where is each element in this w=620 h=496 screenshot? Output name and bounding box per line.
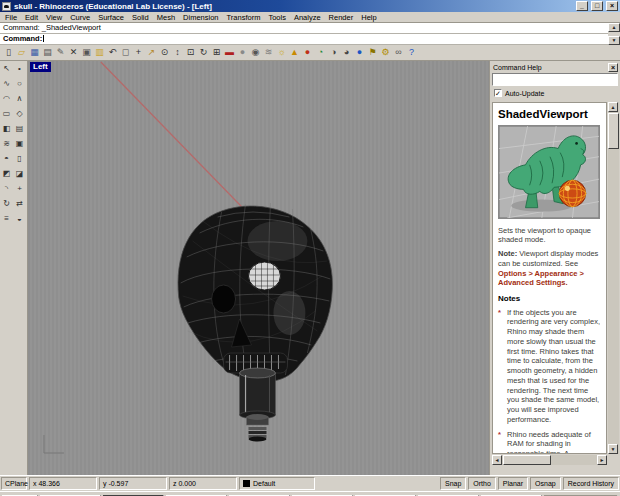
tool-shade-icon[interactable]: ◒ xyxy=(14,212,26,227)
toolbar-annotate-icon[interactable]: ✎ xyxy=(54,46,67,59)
menu-help[interactable]: Help xyxy=(357,13,380,22)
hscroll-thumb[interactable] xyxy=(503,455,551,465)
menu-mesh[interactable]: Mesh xyxy=(153,13,179,22)
help-scroll-up-icon[interactable]: ▲ xyxy=(608,102,618,112)
toolbar-flag-icon[interactable]: ⚑ xyxy=(366,46,379,59)
toolbar-erase-icon[interactable]: ◻ xyxy=(119,46,132,59)
tool-group-icon[interactable]: ≡ xyxy=(1,212,13,227)
toolbar-drag-icon[interactable]: ↗ xyxy=(145,46,158,59)
help-search-input[interactable] xyxy=(492,73,618,86)
toolbar-pan-view-icon[interactable]: ◉ xyxy=(249,46,262,59)
viewport-left[interactable]: Left xyxy=(28,61,489,475)
toolbar-globe-icon[interactable]: ● xyxy=(353,46,366,59)
tool-plane-icon[interactable]: ◧ xyxy=(1,122,13,137)
tool-move-icon[interactable]: + xyxy=(14,182,26,197)
toolbar-help-icon[interactable]: ? xyxy=(405,46,418,59)
toolbar-move-icon[interactable]: + xyxy=(132,46,145,59)
toolbar-render-icon[interactable]: ● xyxy=(301,46,314,59)
toolbar-ghosted-viewport-icon[interactable]: ◕ xyxy=(340,46,353,59)
tool-mirror-icon[interactable]: ⇄ xyxy=(14,197,26,212)
viewport-label[interactable]: Left xyxy=(30,62,51,72)
help-scroll-down-icon[interactable]: ▼ xyxy=(608,444,618,454)
toolbar-print-icon[interactable]: ▤ xyxy=(41,46,54,59)
help-vertical-scrollbar[interactable]: ▲ ▼ xyxy=(608,102,619,454)
toolbar-link-icon[interactable]: ∞ xyxy=(392,46,405,59)
menu-transform[interactable]: Transform xyxy=(223,13,265,22)
tool-cylinder-icon[interactable]: ▯ xyxy=(14,152,26,167)
tool-circle-icon[interactable]: ○ xyxy=(14,77,26,92)
tool-loft-icon[interactable]: ≋ xyxy=(1,137,13,152)
menu-edit[interactable]: Edit xyxy=(21,13,42,22)
toolbar-mesh-tools-icon[interactable]: ≋ xyxy=(262,46,275,59)
help-link-options-appearance[interactable]: Options > Appearance > Advanced Settings… xyxy=(498,269,584,288)
menu-dimension[interactable]: Dimension xyxy=(179,13,222,22)
tool-rotate-icon[interactable]: ↻ xyxy=(1,197,13,212)
toolbar-show-objects-icon[interactable]: ● xyxy=(236,46,249,59)
vscroll-thumb[interactable] xyxy=(608,113,619,149)
toolbar-viewport-layout-icon[interactable]: ⊞ xyxy=(210,46,223,59)
toolbar-lamp-icon[interactable]: ☼ xyxy=(275,46,288,59)
maximize-button[interactable]: □ xyxy=(591,1,603,11)
tool-surface-icon[interactable]: ▤ xyxy=(14,122,26,137)
toolbar-new-icon[interactable]: ▯ xyxy=(2,46,15,59)
toolbar-rotate-view-icon[interactable]: ↻ xyxy=(197,46,210,59)
tool-curve-icon[interactable]: ∿ xyxy=(1,77,13,92)
menu-analyze[interactable]: Analyze xyxy=(290,13,325,22)
scroll-down-icon[interactable]: ▼ xyxy=(608,36,620,45)
toolbar-zoom-dynamic-icon[interactable]: ↕ xyxy=(171,46,184,59)
toolbar-delete-icon[interactable]: ✕ xyxy=(67,46,80,59)
menu-view[interactable]: View xyxy=(42,13,66,22)
tool-fillet-icon[interactable]: ◝ xyxy=(1,182,13,197)
toolbar-paste-icon[interactable]: ▥ xyxy=(93,46,106,59)
minimize-button[interactable]: _ xyxy=(576,1,588,11)
status-snap-toggle[interactable]: Snap xyxy=(440,477,466,490)
menu-surface[interactable]: Surface xyxy=(94,13,128,22)
tool-point-icon[interactable]: • xyxy=(14,62,26,77)
toolbar-cone-icon[interactable]: ▲ xyxy=(288,46,301,59)
cplane-toggle[interactable]: CPlane xyxy=(1,477,27,490)
toolbar-shaded-viewport-icon[interactable]: ◑ xyxy=(327,46,340,59)
tool-select-icon[interactable]: ↖ xyxy=(1,62,13,77)
status-record-history-toggle[interactable]: Record History xyxy=(563,477,619,490)
status-ortho-toggle[interactable]: Ortho xyxy=(468,477,496,490)
command-input[interactable]: Command: xyxy=(0,34,608,45)
tool-boolean-union-icon[interactable]: ◩ xyxy=(1,167,13,182)
toolbar-gear-icon[interactable]: ⚙ xyxy=(379,46,392,59)
auto-update-checkbox[interactable]: ✓ xyxy=(494,89,502,97)
toolbar-save-icon[interactable]: ▦ xyxy=(28,46,41,59)
scroll-up-icon[interactable]: ▲ xyxy=(608,23,620,32)
tool-polygon-icon[interactable]: ◇ xyxy=(14,107,26,122)
skull-stand[interactable] xyxy=(240,368,276,442)
toolbar-zoom-window-icon[interactable]: ⊡ xyxy=(184,46,197,59)
skull-model[interactable] xyxy=(178,203,332,382)
menu-file[interactable]: File xyxy=(1,13,21,22)
viewport-canvas[interactable] xyxy=(28,61,489,475)
toolbar-open-icon[interactable]: ▱ xyxy=(15,46,28,59)
help-scroll-left-icon[interactable]: ◄ xyxy=(492,455,502,465)
toolbar-undo-icon[interactable]: ↶ xyxy=(106,46,119,59)
toolbar-zoom-icon[interactable]: ⊙ xyxy=(158,46,171,59)
toolbar-render-preview-icon[interactable]: ◔ xyxy=(314,46,327,59)
tool-boolean-difference-icon[interactable]: ◪ xyxy=(14,167,26,182)
status-planar-toggle[interactable]: Planar xyxy=(498,477,528,490)
layer-indicator[interactable]: Default xyxy=(239,477,315,490)
menu-tools[interactable]: Tools xyxy=(264,13,290,22)
tool-rectangle-icon[interactable]: ▭ xyxy=(1,107,13,122)
tool-polyline-icon[interactable]: ∧ xyxy=(14,92,26,107)
command-area: Command: _ShadedViewport Command: ▲ ▼ xyxy=(0,23,620,45)
toolbar-hide-objects-icon[interactable]: ▬ xyxy=(223,46,236,59)
command-prompt-label: Command: xyxy=(3,34,42,43)
close-button[interactable]: × xyxy=(606,1,618,11)
menu-solid[interactable]: Solid xyxy=(128,13,153,22)
menu-render[interactable]: Render xyxy=(325,13,358,22)
tool-sphere-icon[interactable]: ◓ xyxy=(1,152,13,167)
menu-curve[interactable]: Curve xyxy=(66,13,94,22)
help-scroll-right-icon[interactable]: ► xyxy=(597,455,607,465)
help-close-icon[interactable]: × xyxy=(608,63,618,72)
tool-box-icon[interactable]: ▣ xyxy=(14,137,26,152)
help-horizontal-scrollbar[interactable]: ◄ ► xyxy=(492,455,607,465)
coordinate-z: z 0.000 xyxy=(169,477,237,490)
tool-arc-icon[interactable]: ◠ xyxy=(1,92,13,107)
status-osnap-toggle[interactable]: Osnap xyxy=(530,477,561,490)
toolbar-copy-icon[interactable]: ▣ xyxy=(80,46,93,59)
